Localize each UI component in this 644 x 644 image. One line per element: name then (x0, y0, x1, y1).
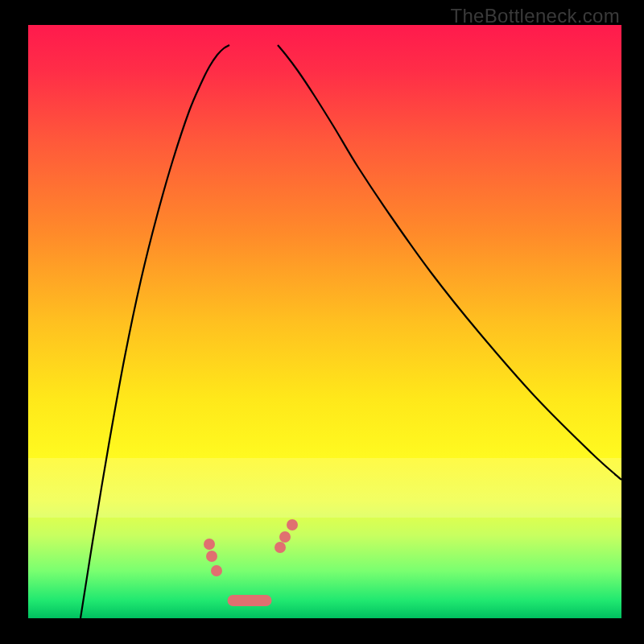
marker-right-2 (287, 519, 298, 530)
outer-frame: TheBottleneck.com (0, 0, 644, 644)
watermark-text: TheBottleneck.com (450, 5, 620, 27)
marker-left-2 (211, 565, 222, 576)
bottleneck-curve (28, 25, 621, 618)
marker-left-0 (204, 539, 215, 550)
plot-area (28, 25, 621, 618)
marker-right-0 (275, 542, 286, 553)
marker-bottom-band (227, 595, 271, 606)
marker-right-1 (279, 531, 291, 543)
marker-left-1 (206, 551, 217, 562)
